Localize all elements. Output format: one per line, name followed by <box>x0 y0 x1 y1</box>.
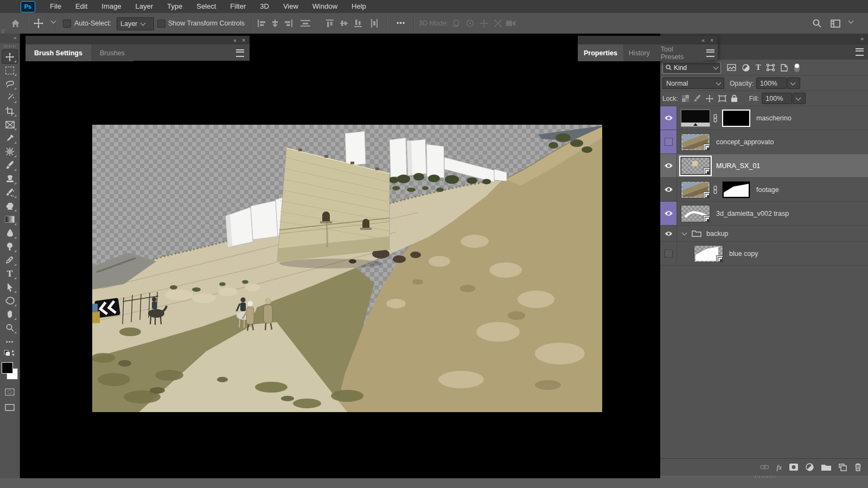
search-icon[interactable] <box>810 16 824 30</box>
layer-name[interactable]: backup <box>706 230 728 237</box>
lock-image-pixels-icon[interactable] <box>694 95 701 102</box>
layer-name[interactable]: 3d_damietta_v002 trasp <box>716 210 789 217</box>
visibility-toggle[interactable] <box>660 242 677 265</box>
lasso-tool[interactable] <box>2 77 17 91</box>
layer-row-mascherino[interactable]: mascherino <box>660 106 868 130</box>
menu-edit[interactable]: Edit <box>68 0 94 13</box>
tab-properties[interactable]: Properties <box>578 44 623 61</box>
layer-name[interactable]: MURA_SX_01 <box>716 162 760 170</box>
home-icon[interactable] <box>8 16 23 30</box>
lock-artboard-icon[interactable] <box>718 95 726 102</box>
panel-close-icon[interactable]: × <box>710 37 713 43</box>
dodge-tool[interactable] <box>2 240 17 253</box>
move-tool[interactable] <box>2 50 17 63</box>
visibility-toggle[interactable] <box>660 106 677 130</box>
photoshop-logo[interactable]: Ps <box>21 1 35 12</box>
layer-thumbnail[interactable] <box>681 157 710 175</box>
pixel-layer-filter-icon[interactable] <box>727 64 736 71</box>
hand-tool[interactable] <box>2 307 17 321</box>
tab-brushes[interactable]: Brushes <box>91 44 133 61</box>
new-adjustment-layer-icon[interactable] <box>806 463 814 471</box>
panel-collapse-icon[interactable]: « <box>234 37 237 43</box>
add-layer-mask-icon[interactable] <box>789 464 798 471</box>
align-left-edges-icon[interactable] <box>255 16 268 30</box>
eyedropper-tool[interactable] <box>2 131 17 145</box>
layer-name[interactable]: mascherino <box>756 114 792 122</box>
pen-tool[interactable] <box>2 253 17 267</box>
distribute-horizontal-icon[interactable] <box>298 16 312 30</box>
rectangular-marquee-tool[interactable] <box>2 63 17 77</box>
toolbar-grip[interactable] <box>4 45 16 48</box>
menu-help[interactable]: Help <box>344 0 373 13</box>
panel-menu-icon[interactable] <box>706 49 714 57</box>
layer-mask-thumbnail[interactable] <box>722 110 750 127</box>
visibility-toggle[interactable] <box>660 226 677 241</box>
visibility-toggle[interactable] <box>660 130 677 153</box>
layer-mask-thumbnail[interactable] <box>722 181 750 198</box>
history-brush-tool[interactable] <box>2 185 17 199</box>
spot-healing-brush-tool[interactable] <box>2 145 17 158</box>
layer-thumbnail[interactable] <box>681 133 710 151</box>
opacity-field[interactable]: 100% <box>756 78 787 89</box>
crop-tool[interactable] <box>2 104 17 118</box>
magic-wand-tool[interactable] <box>2 91 17 104</box>
visibility-toggle[interactable] <box>660 202 677 225</box>
layer-thumbnail[interactable] <box>694 245 723 262</box>
layer-row-3d-damietta[interactable]: 3d_damietta_v002 trasp <box>660 202 868 226</box>
toolbar-collapse-icon[interactable]: » <box>0 34 20 43</box>
align-vertical-centers-icon[interactable] <box>337 16 350 30</box>
blend-mode-dropdown[interactable]: Normal <box>662 78 724 89</box>
blur-tool[interactable] <box>2 226 17 240</box>
quick-mask-button[interactable] <box>2 385 17 399</box>
shape-filter-icon[interactable] <box>767 64 775 71</box>
menu-view[interactable]: View <box>276 0 305 13</box>
zoom-tool[interactable] <box>2 321 17 335</box>
opacity-scrubber[interactable] <box>787 78 800 89</box>
tool-preset-chevron-icon[interactable] <box>51 18 56 24</box>
visibility-toggle[interactable] <box>660 178 677 201</box>
screen-mode-button[interactable] <box>2 401 17 414</box>
lock-all-icon[interactable] <box>731 95 737 102</box>
dock-expand-icon[interactable]: » <box>860 35 864 42</box>
layer-name[interactable]: concept_approvato <box>716 138 774 146</box>
layer-row-concept-approvato[interactable]: concept_approvato <box>660 130 868 154</box>
path-selection-tool[interactable] <box>2 280 17 294</box>
layer-name[interactable]: blue copy <box>729 250 758 258</box>
align-top-edges-icon[interactable] <box>323 16 336 30</box>
smart-object-filter-icon[interactable] <box>781 64 788 72</box>
custom-shape-tool[interactable] <box>2 294 17 307</box>
workspace-switcher-icon[interactable] <box>829 16 842 30</box>
new-layer-icon[interactable] <box>839 464 847 471</box>
filter-toggle[interactable] <box>794 63 800 73</box>
menu-filter[interactable]: Filter <box>223 0 253 13</box>
show-transform-checkbox[interactable] <box>157 20 165 28</box>
document-canvas[interactable] <box>92 125 602 412</box>
tab-brush-settings[interactable]: Brush Settings <box>25 44 91 61</box>
frame-tool[interactable] <box>2 118 17 131</box>
tab-tool-presets[interactable]: Tool Presets <box>655 44 703 61</box>
trash-icon[interactable] <box>854 463 861 471</box>
clone-stamp-tool[interactable] <box>2 172 17 185</box>
layer-thumbnail[interactable] <box>681 110 710 127</box>
panel-close-icon[interactable]: × <box>242 37 245 43</box>
menu-type[interactable]: Type <box>160 0 189 13</box>
type-tool[interactable]: T <box>2 267 17 280</box>
align-horizontal-centers-icon[interactable] <box>269 16 282 30</box>
swap-colors-icon[interactable] <box>2 348 17 358</box>
distribute-vertical-icon[interactable] <box>368 16 381 30</box>
align-bottom-edges-icon[interactable] <box>352 16 365 30</box>
layer-row-footage[interactable]: footage <box>660 178 868 202</box>
visibility-toggle[interactable] <box>660 154 677 177</box>
layer-row-backup-group[interactable]: backup <box>660 226 868 242</box>
canvas-pasteboard[interactable] <box>20 34 660 478</box>
fill-scrubber[interactable] <box>793 93 806 104</box>
align-right-edges-icon[interactable] <box>282 16 295 30</box>
foreground-background-swatches[interactable] <box>2 362 18 380</box>
layer-style-fx-icon[interactable]: fx <box>777 463 782 472</box>
layer-name[interactable]: footage <box>756 186 779 194</box>
layer-filter-kind-dropdown[interactable]: Kind <box>662 62 721 74</box>
more-options-button[interactable]: ••• <box>392 16 410 30</box>
layer-row-blue-copy[interactable]: blue copy <box>660 242 868 266</box>
tab-history[interactable]: History <box>623 44 655 61</box>
eraser-tool[interactable] <box>2 199 17 213</box>
